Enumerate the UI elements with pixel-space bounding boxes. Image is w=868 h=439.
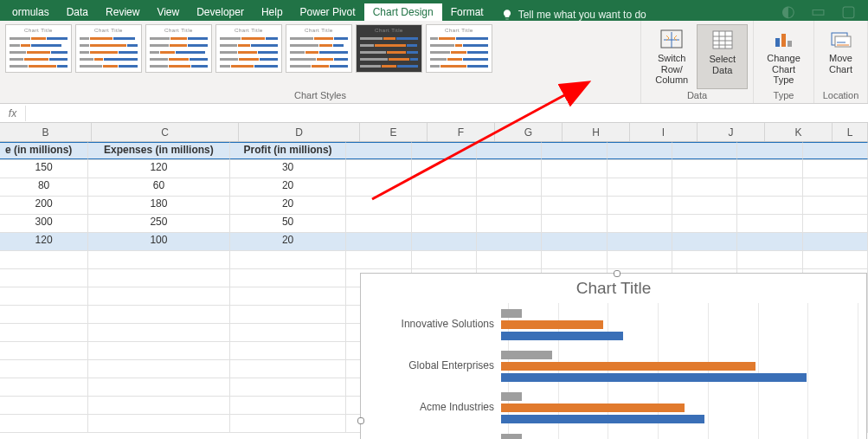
chart-bar[interactable] (501, 309, 522, 318)
chart-category-label: Acme Industries (363, 401, 501, 413)
tell-me-input[interactable]: Tell me what you want to do (518, 9, 646, 21)
header-decor: ◐ ▭ ▢ (781, 2, 865, 21)
move-chart-icon (830, 28, 852, 50)
table-header[interactable]: Expenses (in millions) (88, 142, 230, 159)
chart-bar[interactable] (501, 332, 623, 340)
group-label-location: Location (820, 89, 862, 101)
header-glyph-1: ◐ (781, 2, 795, 21)
change-chart-type-icon (773, 28, 795, 50)
switch-icon (660, 28, 683, 50)
formula-input[interactable] (26, 112, 868, 115)
tab-view[interactable]: View (148, 3, 188, 21)
table-cell[interactable]: 60 (88, 178, 230, 196)
tab-developer[interactable]: Developer (188, 3, 253, 21)
table-cell[interactable]: 120 (88, 160, 230, 178)
change-chart-type-button[interactable]: Change Chart Type (759, 24, 808, 89)
col-K[interactable]: K (765, 123, 833, 141)
chart-category-label: Innovative Solutions (363, 318, 501, 330)
table-cell[interactable]: 150 (0, 160, 88, 178)
chart-bar[interactable] (501, 403, 685, 412)
group-label-data: Data (646, 89, 748, 101)
chart-style-thumb[interactable]: Chart Title (356, 24, 422, 73)
column-headers: B C D E F G H I J K L (0, 123, 868, 142)
table-cell[interactable]: 120 (0, 233, 88, 250)
chart-category-label: Global Enterprises (363, 359, 501, 371)
table-cell[interactable]: 100 (88, 233, 230, 250)
move-chart-label: Move Chart (829, 53, 852, 74)
worksheet[interactable]: B C D E F G H I J K L e (in millions)Exp… (0, 123, 868, 433)
chart-style-thumb[interactable]: Chart Title (286, 24, 352, 73)
col-F[interactable]: F (428, 123, 495, 141)
switch-row-column-button[interactable]: Switch Row/ Column (646, 24, 697, 89)
svg-rect-7 (775, 38, 780, 47)
table-cell[interactable]: 50 (230, 215, 347, 232)
tab-format[interactable]: Format (442, 3, 492, 21)
ribbon-tab-strip: ormulas Data Review View Developer Help … (0, 0, 868, 21)
select-data-label: Select Data (709, 54, 736, 75)
chart-style-thumb[interactable]: Chart Title (145, 24, 212, 73)
table-cell[interactable]: 30 (230, 160, 347, 178)
chart-style-thumb[interactable]: Chart Title (5, 24, 72, 73)
chart-title[interactable]: Chart Title (361, 274, 866, 300)
table-header[interactable]: e (in millions) (0, 142, 88, 159)
header-glyph-3: ▢ (841, 2, 856, 21)
chart-bar[interactable] (501, 392, 522, 401)
tab-chart-design[interactable]: Chart Design (364, 3, 442, 21)
change-chart-type-label: Change Chart Type (761, 53, 807, 86)
header-glyph-2: ▭ (811, 2, 826, 21)
col-C[interactable]: C (92, 123, 239, 141)
table-header[interactable]: Profit (in millions) (230, 142, 347, 159)
chart-bar[interactable] (501, 362, 755, 371)
svg-rect-9 (788, 41, 792, 47)
switch-label: Switch Row/ Column (648, 53, 695, 86)
group-label-styles: Chart Styles (5, 89, 635, 101)
select-data-icon (712, 29, 733, 51)
chart-style-thumb[interactable]: Chart Title (426, 24, 492, 73)
chart-bar[interactable] (501, 320, 603, 329)
ribbon-body: /*thumbs rendered below without data (de… (0, 21, 868, 104)
chart-style-thumb[interactable]: Chart Title (215, 24, 282, 73)
embedded-chart[interactable]: Chart Title Innovative SolutionsGlobal E… (360, 273, 867, 439)
chart-bar[interactable] (501, 415, 704, 423)
table-cell[interactable]: 300 (0, 215, 88, 232)
col-G[interactable]: G (495, 123, 563, 141)
col-H[interactable]: H (563, 123, 630, 141)
col-L[interactable]: L (833, 123, 868, 141)
fx-label: fx (0, 106, 26, 121)
col-B[interactable]: B (0, 123, 92, 141)
tab-data[interactable]: Data (58, 3, 97, 21)
table-cell[interactable]: 20 (230, 197, 347, 214)
col-J[interactable]: J (698, 123, 765, 141)
chart-bar[interactable] (501, 434, 522, 439)
group-label-type: Type (759, 89, 808, 101)
tab-formulas[interactable]: ormulas (3, 3, 58, 21)
table-cell[interactable]: 80 (0, 178, 88, 196)
col-E[interactable]: E (360, 123, 428, 141)
col-I[interactable]: I (630, 123, 698, 141)
svg-rect-8 (781, 34, 786, 47)
chart-plot-area[interactable]: Innovative SolutionsGlobal EnterprisesAc… (508, 303, 858, 439)
table-cell[interactable]: 180 (88, 197, 230, 214)
tab-help[interactable]: Help (253, 3, 292, 21)
select-data-button[interactable]: Select Data (697, 24, 748, 89)
tab-power-pivot[interactable]: Power Pivot (292, 3, 364, 21)
chart-bar[interactable] (501, 373, 807, 382)
chart-bar[interactable] (501, 351, 552, 359)
table-cell[interactable]: 20 (230, 178, 347, 196)
col-D[interactable]: D (239, 123, 360, 141)
formula-bar: fx (0, 104, 868, 123)
table-cell[interactable]: 250 (88, 215, 230, 232)
chart-styles-gallery[interactable]: /*thumbs rendered below without data (de… (5, 24, 635, 73)
tell-me-icon (501, 9, 513, 21)
tab-review[interactable]: Review (97, 3, 148, 21)
chart-style-thumb[interactable]: Chart Title (75, 24, 142, 73)
table-cell[interactable]: 20 (230, 233, 347, 250)
svg-rect-1 (713, 31, 732, 48)
table-cell[interactable]: 200 (0, 197, 88, 214)
move-chart-button[interactable]: Move Chart (820, 24, 862, 78)
